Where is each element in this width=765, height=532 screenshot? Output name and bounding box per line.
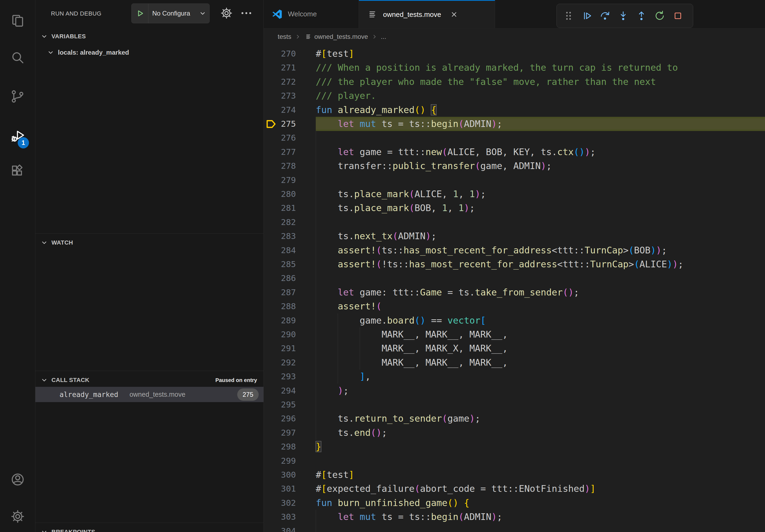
code-line-286[interactable]: 286 bbox=[264, 271, 765, 285]
gutter[interactable]: 270 bbox=[264, 47, 316, 61]
gutter[interactable]: 287 bbox=[264, 285, 316, 300]
variables-scope-row[interactable]: locals: already_marked bbox=[35, 46, 264, 59]
gutter[interactable]: 290 bbox=[264, 327, 316, 342]
code-line-279[interactable]: 279 bbox=[264, 173, 765, 187]
code-editor[interactable]: 270#[test]271/// When a position is alre… bbox=[264, 47, 765, 532]
tab-owned-tests-move[interactable]: owned_tests.move bbox=[359, 0, 495, 28]
code-line-290[interactable]: 290 MARK__, MARK__, MARK__, bbox=[264, 327, 765, 342]
code-line-297[interactable]: 297 ts.end(); bbox=[264, 426, 765, 440]
code-line-271[interactable]: 271/// When a position is already marked… bbox=[264, 61, 765, 75]
code-line-296[interactable]: 296 ts.return_to_sender(game); bbox=[264, 411, 765, 426]
stop-button[interactable] bbox=[672, 10, 684, 22]
gutter[interactable]: 298 bbox=[264, 439, 316, 454]
gutter[interactable]: 279 bbox=[264, 173, 316, 187]
restart-button[interactable] bbox=[654, 10, 666, 22]
drag-handle-button[interactable] bbox=[563, 10, 574, 22]
code-line-275[interactable]: 275 let mut ts = ts::begin(ADMIN); bbox=[264, 117, 765, 131]
code-line-284[interactable]: 284 assert!(ts::has_most_recent_for_addr… bbox=[264, 243, 765, 257]
code-line-289[interactable]: 289 game.board() == vector[ bbox=[264, 313, 765, 328]
activity-item-settings[interactable] bbox=[10, 509, 25, 524]
gutter[interactable]: 291 bbox=[264, 341, 316, 356]
gutter[interactable]: 278 bbox=[264, 159, 316, 173]
breadcrumb-item[interactable]: owned_tests.move bbox=[315, 33, 368, 40]
breadcrumb-item[interactable]: tests bbox=[278, 33, 291, 40]
gutter[interactable]: 288 bbox=[264, 299, 316, 313]
code-line-303[interactable]: 303 let mut ts = ts::begin(ADMIN); bbox=[264, 510, 765, 524]
gutter[interactable]: 301 bbox=[264, 482, 316, 496]
gutter[interactable]: 289 bbox=[264, 313, 316, 328]
code-line-287[interactable]: 287 let game: ttt::Game = ts.take_from_s… bbox=[264, 285, 765, 300]
code-line-291[interactable]: 291 MARK__, MARK_X, MARK__, bbox=[264, 341, 765, 356]
gutter[interactable]: 292 bbox=[264, 356, 316, 370]
continue-button[interactable] bbox=[581, 10, 593, 22]
gutter[interactable]: 284 bbox=[264, 243, 316, 257]
code-line-283[interactable]: 283 ts.next_tx(ADMIN); bbox=[264, 229, 765, 243]
close-tab-icon[interactable] bbox=[449, 9, 459, 20]
gutter[interactable]: 295 bbox=[264, 398, 316, 412]
step-out-button[interactable] bbox=[635, 10, 647, 22]
breakpoints-section-header[interactable]: BREAKPOINTS bbox=[35, 526, 264, 532]
debug-configuration-dropdown[interactable]: No Configura bbox=[131, 3, 210, 23]
code-line-300[interactable]: 300#[test] bbox=[264, 468, 765, 482]
code-line-302[interactable]: 302fun burn_unfinished_game() { bbox=[264, 496, 765, 510]
gutter[interactable]: 273 bbox=[264, 89, 316, 103]
code-line-277[interactable]: 277 let game = ttt::new(ALICE, BOB, KEY,… bbox=[264, 145, 765, 159]
code-line-292[interactable]: 292 MARK__, MARK__, MARK__, bbox=[264, 356, 765, 370]
debug-settings-gear-icon[interactable] bbox=[220, 6, 233, 20]
activity-item-account[interactable] bbox=[10, 472, 25, 487]
gutter[interactable]: 283 bbox=[264, 229, 316, 243]
call-stack-section-header[interactable]: CALL STACK Paused on entry bbox=[35, 374, 264, 387]
gutter[interactable]: 285 bbox=[264, 257, 316, 271]
code-line-276[interactable]: 276 bbox=[264, 131, 765, 145]
gutter[interactable]: 299 bbox=[264, 454, 316, 468]
breadcrumb-item[interactable]: ... bbox=[381, 33, 386, 40]
gutter[interactable]: 275 bbox=[264, 117, 316, 131]
code-line-294[interactable]: 294 ); bbox=[264, 384, 765, 398]
code-line-301[interactable]: 301#[expected_failure(abort_code = ttt::… bbox=[264, 482, 765, 496]
more-actions-icon[interactable] bbox=[240, 6, 253, 20]
code-line-282[interactable]: 282 bbox=[264, 215, 765, 229]
gutter[interactable]: 303 bbox=[264, 510, 316, 524]
code-line-298[interactable]: 298} bbox=[264, 439, 765, 454]
activity-item-explorer[interactable] bbox=[10, 13, 25, 28]
code-line-281[interactable]: 281 ts.place_mark(BOB, 1, 1); bbox=[264, 201, 765, 215]
gutter[interactable]: 304 bbox=[264, 524, 316, 532]
tab-welcome[interactable]: Welcome bbox=[264, 0, 359, 28]
code-line-273[interactable]: 273/// player. bbox=[264, 89, 765, 103]
step-into-button[interactable] bbox=[617, 10, 629, 22]
step-over-button[interactable] bbox=[599, 10, 611, 22]
gutter[interactable]: 272 bbox=[264, 75, 316, 89]
code-line-299[interactable]: 299 bbox=[264, 454, 765, 468]
code-line-293[interactable]: 293 ], bbox=[264, 370, 765, 384]
gutter[interactable]: 294 bbox=[264, 384, 316, 398]
gutter[interactable]: 280 bbox=[264, 187, 316, 201]
code-line-270[interactable]: 270#[test] bbox=[264, 47, 765, 61]
gutter[interactable]: 297 bbox=[264, 426, 316, 440]
gutter[interactable]: 276 bbox=[264, 131, 316, 145]
activity-item-extensions[interactable] bbox=[10, 164, 25, 179]
code-line-274[interactable]: 274fun already_marked() { bbox=[264, 103, 765, 117]
watch-section-header[interactable]: WATCH bbox=[35, 236, 264, 249]
code-line-285[interactable]: 285 assert!(!ts::has_most_recent_for_add… bbox=[264, 257, 765, 271]
gutter[interactable]: 277 bbox=[264, 145, 316, 159]
code-line-288[interactable]: 288 assert!( bbox=[264, 299, 765, 313]
gutter[interactable]: 302 bbox=[264, 496, 316, 510]
gutter[interactable]: 282 bbox=[264, 215, 316, 229]
gutter[interactable]: 286 bbox=[264, 271, 316, 285]
token: 1 bbox=[458, 202, 464, 213]
code-line-304[interactable]: 304 bbox=[264, 524, 765, 532]
gutter[interactable]: 296 bbox=[264, 411, 316, 426]
code-line-278[interactable]: 278 transfer::public_transfer(game, ADMI… bbox=[264, 159, 765, 173]
activity-item-source-control[interactable] bbox=[10, 89, 25, 104]
call-stack-frame-row[interactable]: already_marked owned_tests.move 275 bbox=[35, 387, 264, 402]
code-line-295[interactable]: 295 bbox=[264, 398, 765, 412]
gutter[interactable]: 281 bbox=[264, 201, 316, 215]
gutter[interactable]: 274 bbox=[264, 103, 316, 117]
activity-item-search[interactable] bbox=[10, 50, 25, 65]
variables-section-header[interactable]: VARIABLES bbox=[35, 30, 264, 43]
gutter[interactable]: 300 bbox=[264, 468, 316, 482]
code-line-272[interactable]: 272/// the player who made the "false" m… bbox=[264, 75, 765, 89]
code-line-280[interactable]: 280 ts.place_mark(ALICE, 1, 1); bbox=[264, 187, 765, 201]
gutter[interactable]: 293 bbox=[264, 370, 316, 384]
gutter[interactable]: 271 bbox=[264, 61, 316, 75]
